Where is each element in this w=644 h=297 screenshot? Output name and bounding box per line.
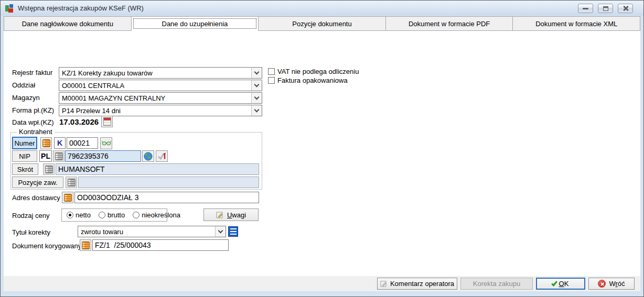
calendar-button[interactable] (101, 116, 113, 127)
dokument-korygowany-label: Dokument korygowany (12, 242, 81, 250)
dokument-korygowany-field[interactable]: FZ/1 /25/000043 (92, 239, 229, 251)
kartoteka-icon-disabled (45, 166, 53, 173)
ok-check-icon (551, 280, 557, 286)
opakowaniowa-checkbox-label: Faktura opakowaniowa (277, 76, 348, 84)
radio-nieokreslona[interactable]: nieokreślona (133, 211, 180, 219)
glasses-icon (102, 140, 111, 146)
weryfikacja-vat-button[interactable] (156, 150, 168, 162)
kontrahent-legend: Kontrahent (17, 128, 55, 136)
adres-dostawcy-field[interactable]: OD003OODZIAŁ 3 (74, 192, 259, 203)
chevron-down-icon[interactable] (251, 105, 262, 116)
oddzial-combobox[interactable]: O00001 CENTRALA (59, 80, 262, 91)
kartoteka-dokument-button[interactable] (80, 239, 91, 251)
app-icon (5, 4, 14, 13)
kartoteka-icon-disabled (55, 152, 63, 160)
skrot-field[interactable]: HUMANSOFT (56, 163, 259, 175)
calendar-icon (103, 117, 111, 126)
maximize-icon (603, 6, 608, 11)
minimize-icon (583, 8, 588, 9)
tab-dokument-xml[interactable]: Dokument w formacie XML (512, 16, 640, 31)
tab-pozycje-dokumentu[interactable]: Pozycje dokumentu (258, 16, 386, 31)
maximize-button[interactable] (598, 4, 613, 13)
nip-kraj-field[interactable]: PL (39, 150, 52, 162)
pozycje-zaw-button[interactable]: Pozycje zaw. (12, 177, 63, 188)
korekta-zakupu-button: Korekta zakupu (460, 278, 533, 290)
globe-icon (144, 152, 153, 161)
kontrahent-typ-field[interactable]: K (54, 137, 66, 149)
skrot-button[interactable]: Skrót (12, 163, 38, 175)
radio-netto[interactable]: netto (67, 211, 91, 219)
magazyn-label: Magazyn (12, 94, 40, 102)
note-icon (380, 280, 387, 287)
radio-netto-circle[interactable] (67, 212, 73, 218)
chevron-down-icon[interactable] (251, 68, 262, 78)
radio-brutto-circle[interactable] (99, 212, 105, 218)
close-button[interactable] (618, 4, 633, 13)
vat-status-icon (157, 152, 167, 160)
adres-dostawcy-label: Adres dostawcy (12, 194, 60, 202)
opakowaniowa-checkbox-row[interactable]: Faktura opakowaniowa (268, 76, 348, 84)
vat-checkbox[interactable] (268, 68, 275, 75)
uwagi-button[interactable]: Uwagi (203, 208, 259, 221)
ok-button[interactable]: OK (536, 278, 585, 290)
kartoteka-icon (82, 241, 90, 249)
numer-button[interactable]: Numer (12, 137, 37, 149)
gus-button[interactable] (142, 150, 154, 162)
window-title: Wstępna rejestracja zakupów KSeF (WR) (18, 4, 144, 12)
radio-nieokreslona-circle[interactable] (133, 212, 139, 218)
kartoteka-kontrahenci-button[interactable] (40, 137, 52, 149)
magazyn-combobox[interactable]: M00001 MAGAZYN CENTRALNY (59, 92, 262, 104)
kartoteka-icon (42, 139, 50, 147)
kartoteka-icon (64, 194, 72, 202)
dialog-window: Wstępna rejestracja zakupów KSeF (WR) Da… (0, 0, 644, 297)
minimize-button[interactable] (578, 4, 593, 13)
wroc-button[interactable]: Wróć (588, 278, 635, 290)
wroc-cancel-icon (598, 280, 606, 288)
tabstrip: Dane nagłówkowe dokumentu Dane do uzupeł… (4, 16, 640, 31)
kartoteka-adres-button[interactable] (62, 192, 73, 203)
client-area: Dane nagłówkowe dokumentu Dane do uzupeł… (4, 16, 640, 291)
data-wplywu-value[interactable]: 17.03.2026 (59, 117, 99, 126)
tytul-korekty-label: Tytuł korekty (12, 228, 50, 236)
forma-platnosci-combobox[interactable]: P14 Przelew 14 dni (59, 105, 262, 116)
rejestr-faktur-combobox[interactable]: KZ/1 Korekty zakupu towarów (59, 67, 262, 79)
nip-button[interactable]: NIP (12, 150, 37, 162)
opakowaniowa-checkbox[interactable] (268, 77, 275, 84)
rejestr-faktur-label: Rejestr faktur (12, 69, 52, 76)
tab-dane-do-uzupelnienia[interactable]: Dane do uzupełnienia (131, 16, 259, 31)
tab-dokument-pdf[interactable]: Dokument w formacie PDF (385, 16, 513, 31)
kontrahent-numer-field[interactable]: 00021 (67, 137, 98, 149)
tytuly-korekt-list-button[interactable] (228, 226, 238, 237)
tytul-korekty-combobox[interactable]: zwrotu towaru (78, 226, 226, 237)
note-icon (216, 211, 223, 218)
vat-checkbox-label: VAT nie podlega odliczeniu (277, 68, 359, 75)
komentarz-operatora-button[interactable]: Komentarz operatora (377, 278, 457, 290)
chevron-down-icon[interactable] (251, 80, 262, 91)
titlebar: Wstępna rejestracja zakupów KSeF (WR) (1, 1, 643, 16)
chevron-down-icon[interactable] (215, 226, 226, 237)
nip-field[interactable]: 7962395376 (65, 150, 141, 162)
kartoteka-pozycje-button[interactable] (66, 177, 77, 188)
podglad-button[interactable] (100, 137, 112, 149)
kartoteka-skrot-button[interactable] (43, 163, 55, 175)
kartoteka-icon-disabled (68, 179, 76, 186)
oddzial-label: Oddział (12, 81, 35, 89)
pozycje-zaw-field[interactable] (78, 177, 259, 188)
tab-page: Rejestr faktur KZ/1 Korekty zakupu towar… (4, 31, 640, 276)
vat-checkbox-row[interactable]: VAT nie podlega odliczeniu (268, 68, 359, 75)
close-icon (623, 6, 628, 11)
list-icon (230, 228, 237, 235)
tab-dane-naglowkowe[interactable]: Dane nagłówkowe dokumentu (4, 16, 132, 31)
rodzaj-ceny-radiogroup: netto brutto nieokreślona (61, 208, 167, 222)
radio-brutto[interactable]: brutto (99, 211, 125, 219)
forma-platnosci-label: Forma pł.(KZ) (12, 106, 54, 114)
footer-bar: Komentarz operatora Korekta zakupu OK Wr… (4, 276, 640, 291)
chevron-down-icon[interactable] (251, 93, 262, 103)
data-wplywu-label: Data wpł.(KZ) (12, 118, 53, 126)
kartoteka-nip-button[interactable] (53, 150, 65, 162)
rodzaj-ceny-label: Rodzaj ceny (12, 212, 50, 219)
